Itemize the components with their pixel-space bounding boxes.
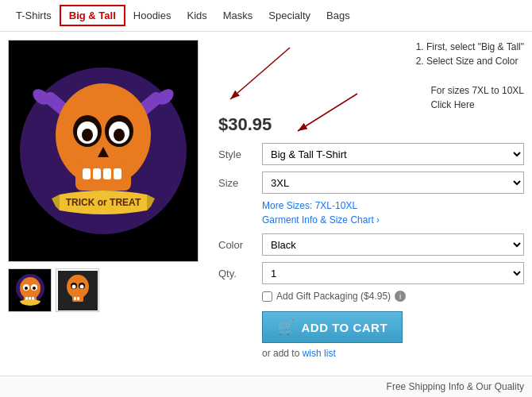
svg-point-33 (67, 275, 89, 299)
svg-point-14 (114, 129, 125, 141)
nav-item-tshirts[interactable]: T-Shirts (8, 6, 60, 25)
svg-point-23 (20, 277, 40, 299)
nav-item-kids[interactable]: Kids (179, 6, 214, 25)
svg-rect-18 (103, 168, 111, 179)
svg-point-38 (79, 284, 83, 288)
size-label: Size (218, 177, 262, 189)
size-select[interactable]: SMLXL 2XL3XL4XL 5XL6XL (262, 172, 524, 194)
annotation-text-1: 1. First, select "Big & Tall" 2. Select … (416, 40, 524, 68)
nav-bar: T-Shirts Big & Tall Hoodies Kids Masks S… (0, 0, 532, 32)
left-panel: TRICK or TREAT (8, 40, 206, 368)
cart-icon: 🛒 (277, 318, 295, 336)
svg-point-37 (71, 284, 75, 288)
nav-item-hoodies[interactable]: Hoodies (125, 6, 179, 25)
thumbnails (8, 268, 206, 312)
wish-list-text: or add to (262, 348, 303, 359)
right-panel: 1. First, select "Big & Tall" 2. Select … (218, 40, 524, 368)
size-row: Size SMLXL 2XL3XL4XL 5XL6XL (218, 172, 524, 194)
qty-select[interactable]: 12345 (262, 262, 524, 284)
footer-text: Free Shipping Info & Our Quality (387, 381, 524, 392)
svg-point-26 (25, 287, 28, 290)
more-sizes-link[interactable]: More Sizes: 7XL-10XL (262, 200, 524, 211)
nav-item-big-tall[interactable]: Big & Tall (60, 5, 125, 26)
svg-text:TRICK or TREAT: TRICK or TREAT (66, 197, 141, 208)
add-to-cart-label: ADD TO CART (302, 321, 388, 334)
product-price: $30.95 (218, 114, 524, 135)
svg-rect-39 (74, 297, 76, 300)
color-label: Color (218, 239, 262, 251)
qty-row: Qty. 12345 (218, 262, 524, 284)
style-row: Style Big & Tall T-Shirt (218, 143, 524, 165)
svg-rect-40 (77, 297, 79, 300)
svg-line-42 (230, 48, 290, 99)
bottom-bar: Free Shipping Info & Our Quality (0, 376, 532, 397)
color-select[interactable]: BlackWhiteRed NavyRoyal Blue (262, 233, 524, 256)
thumb-2[interactable] (56, 268, 99, 312)
annotation-text-2: For sizes 7XL to 10XL Click Here (430, 83, 524, 112)
wish-list-link[interactable]: wish list (303, 348, 336, 359)
thumb-1[interactable] (8, 268, 52, 312)
color-row: Color BlackWhiteRed NavyRoyal Blue (218, 233, 524, 256)
nav-item-bags[interactable]: Bags (318, 6, 358, 25)
gift-packaging-row: Add Gift Packaging ($4.95) i (262, 291, 524, 302)
main-product-image: TRICK or TREAT (8, 40, 199, 262)
gift-packaging-checkbox[interactable] (262, 291, 272, 302)
style-select[interactable]: Big & Tall T-Shirt (262, 143, 524, 165)
qty-label: Qty. (218, 268, 262, 279)
svg-rect-19 (114, 168, 121, 179)
garment-info-link[interactable]: Garment Info & Size Chart › (262, 214, 524, 225)
content-area: TRICK or TREAT (0, 32, 532, 376)
svg-rect-17 (93, 168, 101, 179)
nav-item-specialty[interactable]: Specialty (260, 6, 318, 25)
gift-packaging-label: Add Gift Packaging ($4.95) (276, 291, 391, 302)
nav-item-masks[interactable]: Masks (215, 6, 261, 25)
info-icon[interactable]: i (395, 291, 406, 302)
annotation-area: 1. First, select "Big & Tall" 2. Select … (218, 40, 524, 111)
svg-rect-16 (83, 168, 91, 179)
wish-list-row: or add to wish list (262, 348, 524, 359)
svg-point-13 (82, 129, 93, 141)
svg-point-27 (33, 287, 36, 290)
add-to-cart-button[interactable]: 🛒 ADD TO CART (262, 311, 403, 343)
style-label: Style (218, 148, 262, 160)
page-wrapper: T-Shirts Big & Tall Hoodies Kids Masks S… (0, 0, 532, 397)
